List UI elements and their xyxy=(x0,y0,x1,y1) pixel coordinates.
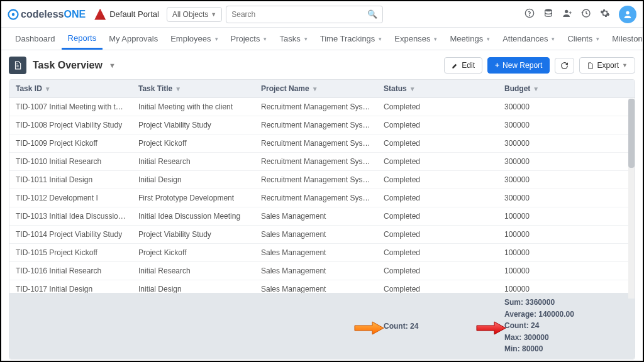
cell-budget: 300000 xyxy=(498,98,635,116)
user-add-icon[interactable] xyxy=(562,8,572,20)
data-icon[interactable] xyxy=(543,8,553,20)
cell-status: Completed xyxy=(377,153,498,170)
cell-task-id: TID-1012 Development I xyxy=(9,189,132,207)
app-logo[interactable]: codelessONE xyxy=(8,9,86,20)
title-wrap: Task Overview ▼ xyxy=(9,57,116,74)
cell-task-title: Project Kickoff xyxy=(132,244,255,261)
svg-point-3 xyxy=(530,16,530,16)
nav-tabs: Dashboard Reports My Approvals Employees… xyxy=(1,28,643,50)
scrollbar-thumb[interactable] xyxy=(628,99,635,168)
cell-task-title: Initial Idea Discussion Meeting xyxy=(132,207,255,225)
cell-project: Sales Management xyxy=(255,262,377,280)
cell-project: Recruitment Management System xyxy=(255,98,377,116)
tab-clients[interactable]: Clients xyxy=(561,28,606,50)
budget-min: Min: 80000 xyxy=(504,343,628,355)
tab-tasks[interactable]: Tasks xyxy=(273,28,313,50)
history-icon[interactable] xyxy=(581,8,591,20)
logo-text-2: ONE xyxy=(64,9,86,20)
col-budget[interactable]: Budget▼ xyxy=(498,80,635,97)
cell-project: Sales Management xyxy=(255,226,377,243)
svg-point-5 xyxy=(565,10,568,13)
cell-task-id: TID-1016 Initial Research xyxy=(9,262,132,280)
col-task-id[interactable]: Task ID▼ xyxy=(9,80,132,97)
cell-budget: 100000 xyxy=(498,244,635,261)
col-project-name[interactable]: Project Name▼ xyxy=(255,80,377,97)
budget-sum: Sum: 3360000 xyxy=(504,297,628,309)
col-status[interactable]: Status▼ xyxy=(377,80,498,97)
new-report-button[interactable]: +New Report xyxy=(487,57,550,74)
cell-task-id: TID-1011 Initial Design xyxy=(9,171,132,189)
tab-dashboard[interactable]: Dashboard xyxy=(9,28,62,50)
svg-point-6 xyxy=(626,11,629,14)
cell-status: Completed xyxy=(377,262,498,280)
cell-status: Completed xyxy=(377,116,498,134)
edit-button[interactable]: Edit xyxy=(444,57,482,74)
table-row[interactable]: TID-1016 Initial ResearchInitial Researc… xyxy=(9,262,635,280)
table-row[interactable]: TID-1012 Development IFirst Prototype De… xyxy=(9,189,635,207)
scrollbar-track[interactable] xyxy=(628,99,635,299)
svg-point-4 xyxy=(545,9,552,11)
cell-task-id: TID-1014 Project Viability Study xyxy=(9,226,132,243)
search-icon[interactable]: 🔍 xyxy=(367,9,377,19)
cell-task-id: TID-1010 Initial Research xyxy=(9,153,132,170)
help-icon[interactable] xyxy=(525,8,535,20)
cell-budget: 300000 xyxy=(498,134,635,152)
tabs-scroll-right-icon[interactable]: › xyxy=(636,34,639,43)
cell-task-title: First Prototype Development xyxy=(132,189,255,207)
portal-icon xyxy=(94,9,106,20)
cell-project: Sales Management xyxy=(255,280,377,293)
cell-budget: 300000 xyxy=(498,189,635,207)
cell-budget: 100000 xyxy=(498,207,635,225)
cell-status: Completed xyxy=(377,207,498,225)
settings-icon[interactable] xyxy=(600,8,610,20)
table-row[interactable]: TID-1010 Initial ResearchInitial Researc… xyxy=(9,153,635,171)
cell-project: Recruitment Management System xyxy=(255,134,377,152)
tab-expenses[interactable]: Expenses xyxy=(388,28,443,50)
table-row[interactable]: TID-1008 Project Viability StudyProject … xyxy=(9,116,635,134)
table-body[interactable]: TID-1007 Initial Meeting with the client… xyxy=(9,98,635,293)
annotation-arrow-red xyxy=(475,321,507,336)
cell-task-title: Initial Design xyxy=(132,280,255,293)
search-box[interactable]: 🔍 xyxy=(226,6,383,23)
search-input[interactable] xyxy=(231,8,367,21)
report-icon xyxy=(9,57,26,74)
table-row[interactable]: TID-1013 Initial Idea Discussion Meet...… xyxy=(9,207,635,226)
table-row[interactable]: TID-1015 Project KickoffProject KickoffS… xyxy=(9,244,635,262)
title-dropdown-icon[interactable]: ▼ xyxy=(109,62,116,69)
tab-attendances[interactable]: Attendances xyxy=(496,28,561,50)
budget-summary: Sum: 3360000 Average: 140000.00 Count: 2… xyxy=(498,293,635,359)
table-row[interactable]: TID-1014 Project Viability StudyProject … xyxy=(9,226,635,244)
page-title: Task Overview xyxy=(33,60,103,71)
top-bar: codelessONE Default Portal All Objects▼ … xyxy=(1,1,643,28)
cell-task-title: Initial Research xyxy=(132,262,255,280)
col-task-title[interactable]: Task Title▼ xyxy=(132,80,255,97)
table-row[interactable]: TID-1007 Initial Meeting with the client… xyxy=(9,98,635,116)
table-row[interactable]: TID-1017 Initial DesignInitial DesignSal… xyxy=(9,280,635,293)
cell-budget: 100000 xyxy=(498,280,635,293)
cell-budget: 300000 xyxy=(498,171,635,189)
object-selector[interactable]: All Objects▼ xyxy=(167,7,222,22)
refresh-button[interactable] xyxy=(555,58,574,74)
export-button[interactable]: Export▼ xyxy=(579,57,635,74)
table-row[interactable]: TID-1009 Project KickoffProject KickoffR… xyxy=(9,134,635,153)
avatar[interactable] xyxy=(619,6,636,23)
cell-project: Recruitment Management System xyxy=(255,189,377,207)
toolbar-actions: Edit +New Report Export▼ xyxy=(444,57,635,74)
tab-time-trackings[interactable]: Time Trackings xyxy=(314,28,389,50)
page-toolbar: Task Overview ▼ Edit +New Report Export▼ xyxy=(9,57,635,74)
tab-projects[interactable]: Projects xyxy=(225,28,274,50)
cell-budget: 100000 xyxy=(498,226,635,243)
cell-task-id: TID-1007 Initial Meeting with the client xyxy=(9,98,132,116)
cell-status: Completed xyxy=(377,226,498,243)
cell-task-id: TID-1009 Project Kickoff xyxy=(9,134,132,152)
tab-employees[interactable]: Employees xyxy=(164,28,224,50)
cell-task-id: TID-1015 Project Kickoff xyxy=(9,244,132,261)
tab-meetings[interactable]: Meetings xyxy=(443,28,496,50)
table-row[interactable]: TID-1011 Initial DesignInitial DesignRec… xyxy=(9,171,635,189)
portal-selector[interactable]: Default Portal xyxy=(94,9,159,20)
tab-my-approvals[interactable]: My Approvals xyxy=(103,28,164,50)
cell-task-title: Initial Meeting with the client xyxy=(132,98,255,116)
table-header: Task ID▼ Task Title▼ Project Name▼ Statu… xyxy=(9,80,635,98)
tab-reports[interactable]: Reports xyxy=(62,28,103,50)
portal-name: Default Portal xyxy=(109,9,159,19)
